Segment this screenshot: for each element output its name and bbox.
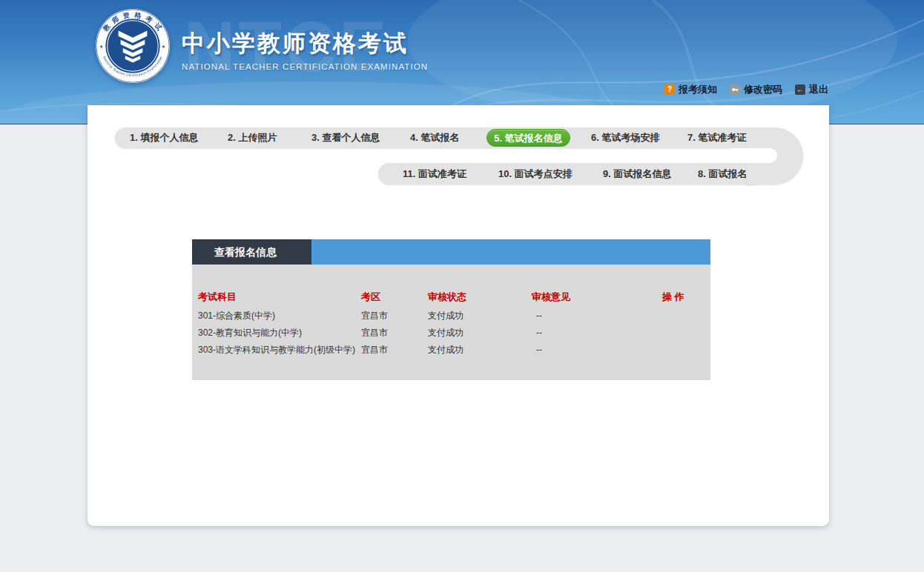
exam-notice-label: 报考须知 (679, 83, 717, 96)
cell-status: 支付成功 (428, 325, 463, 342)
section-tab-title: 查看报名信息 (192, 239, 311, 265)
step-bar-connector-gap (731, 148, 777, 163)
step-5-written-exam-registration-info[interactable]: 5. 笔试报名信息 (486, 129, 570, 147)
cell-opinion: -- (536, 307, 542, 325)
table-row: 302-教育知识与能力(中学) 宜昌市 支付成功 -- (192, 325, 710, 342)
cell-subject: 302-教育知识与能力(中学) (198, 325, 302, 342)
cell-subject: 303-语文学科知识与教学能力(初级中学) (198, 342, 355, 359)
main-card: 1. 填报个人信息 2. 上传照片 3. 查看个人信息 4. 笔试报名 5. 笔… (88, 105, 829, 526)
logout-icon: ← (795, 84, 805, 95)
link-logout[interactable]: ← 退出 (795, 83, 828, 96)
table-row: 303-语文学科知识与教学能力(初级中学) 宜昌市 支付成功 -- (192, 342, 710, 359)
cell-status: 支付成功 (428, 307, 463, 325)
question-icon: ? (664, 84, 675, 95)
page-subtitle: NATIONAL TEACHER CERTIFICATION EXAMINATI… (182, 62, 428, 71)
step-nav: 1. 填报个人信息 2. 上传照片 3. 查看个人信息 4. 笔试报名 5. 笔… (88, 105, 829, 194)
step-4-written-exam-register[interactable]: 4. 笔试报名 (410, 127, 459, 148)
step-6-written-exam-room[interactable]: 6. 笔试考场安排 (591, 127, 659, 148)
table-row: 301-综合素质(中学) 宜昌市 支付成功 -- (192, 307, 710, 325)
key-icon (730, 84, 740, 95)
link-exam-notice[interactable]: ? 报考须知 (664, 83, 717, 96)
link-change-password[interactable]: 修改密码 (730, 83, 782, 96)
page-title: 中小学教师资格考试 (182, 28, 428, 59)
section-header-bar: 查看报名信息 (192, 239, 710, 265)
step-9-interview-registration-info[interactable]: 9. 面试报名信息 (603, 163, 671, 184)
svg-text:★: ★ (99, 44, 104, 49)
cell-status: 支付成功 (428, 342, 463, 359)
cell-subject: 301-综合素质(中学) (198, 307, 275, 325)
col-header-area: 考区 (361, 288, 380, 305)
top-links: ? 报考须知 修改密码 ← 退出 (664, 83, 828, 96)
step-11-interview-admission-ticket[interactable]: 11. 面试准考证 (403, 163, 466, 184)
col-header-status: 审核状态 (428, 288, 466, 305)
change-password-label: 修改密码 (744, 83, 782, 96)
ntce-logo: 教 师 资 格 考 试 National Teacher Certificati… (95, 8, 171, 84)
step-10-interview-site[interactable]: 10. 面试考点安排 (498, 163, 572, 184)
col-header-opinion: 审核意见 (532, 288, 570, 305)
step-8-interview-register[interactable]: 8. 面试报名 (698, 163, 747, 184)
step-7-written-exam-admission-ticket[interactable]: 7. 笔试准考证 (687, 127, 746, 148)
col-header-action: 操 作 (662, 288, 684, 305)
cell-area: 宜昌市 (361, 342, 388, 359)
svg-text:★: ★ (162, 44, 166, 49)
step-3-view-personal-info[interactable]: 3. 查看个人信息 (311, 127, 380, 148)
logout-label: 退出 (809, 83, 828, 96)
cell-opinion: -- (536, 325, 542, 342)
title-block: 中小学教师资格考试 NATIONAL TEACHER CERTIFICATION… (182, 28, 428, 71)
col-header-subject: 考试科目 (198, 288, 237, 305)
table-header-row: 考试科目 考区 审核状态 审核意见 操 作 (192, 288, 710, 305)
cell-area: 宜昌市 (361, 325, 388, 342)
registration-info-panel: 考试科目 考区 审核状态 审核意见 操 作 301-综合素质(中学) 宜昌市 支… (192, 265, 710, 380)
cell-opinion: -- (536, 342, 542, 359)
step-1-fill-personal-info[interactable]: 1. 填报个人信息 (130, 127, 198, 148)
cell-area: 宜昌市 (361, 307, 388, 325)
step-2-upload-photo[interactable]: 2. 上传照片 (228, 127, 277, 148)
